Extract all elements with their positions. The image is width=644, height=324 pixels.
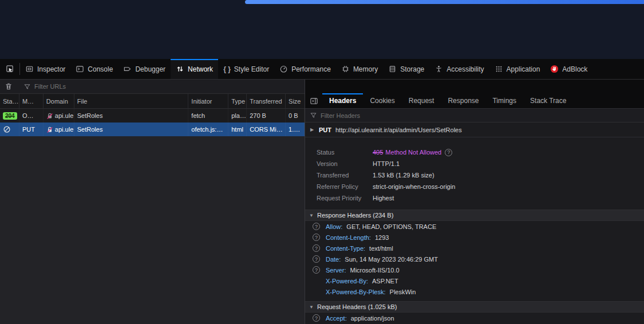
section-gap — [305, 297, 644, 301]
header-help-icon[interactable]: ? — [313, 244, 320, 252]
header-value: application/json — [351, 315, 394, 322]
status-text: Method Not Allowed — [385, 149, 441, 156]
insecure-lock-icon — [46, 126, 53, 133]
tab-cookies[interactable]: Cookies — [363, 93, 401, 108]
request-list-panel: Filter URLs Sta… M… Domain File Initiato… — [0, 80, 305, 324]
twisty-collapsed-icon[interactable]: ▶ — [310, 127, 315, 132]
status-help-icon[interactable]: ? — [445, 149, 452, 156]
status-badge: 204 — [3, 112, 17, 120]
header-name: X-Powered-By: — [326, 278, 368, 285]
request-domain: api.ule… — [55, 126, 74, 133]
request-row-selected[interactable]: PUT api.ule… SetRoles ofetch.js:… html C… — [0, 123, 305, 136]
network-icon — [176, 65, 184, 73]
header-row[interactable]: ? Content-Length: 1293 — [305, 232, 644, 243]
devtools-toolbar: Inspector Console Debugger Network { } S… — [0, 59, 644, 80]
header-value: ASP.NET — [372, 278, 398, 285]
column-header-type[interactable]: Type — [228, 94, 247, 108]
request-file: SetRoles — [74, 123, 189, 136]
tab-request[interactable]: Request — [402, 93, 441, 108]
tab-network[interactable]: Network — [171, 59, 218, 79]
accessibility-icon — [434, 65, 443, 73]
request-row[interactable]: 204 O… api.ule… SetRoles fetch pla… 270 … — [0, 109, 305, 123]
network-main: Filter URLs Sta… M… Domain File Initiato… — [0, 80, 644, 324]
tab-inspector[interactable]: Inspector — [20, 59, 70, 79]
request-size: 0 B — [286, 109, 305, 123]
request-size: 1.… — [286, 123, 305, 136]
header-row[interactable]: X-Powered-By: ASP.NET — [305, 275, 644, 286]
filter-urls-icon — [23, 83, 31, 90]
header-row[interactable]: ? Content-Type: text/html — [305, 243, 644, 254]
tab-adblock[interactable]: AdBlock — [545, 59, 592, 79]
twisty-expanded-icon: ▼ — [309, 213, 314, 218]
header-value: 1293 — [375, 234, 389, 241]
tab-storage[interactable]: Storage — [383, 59, 429, 79]
tab-memory[interactable]: Memory — [336, 59, 383, 79]
header-row[interactable]: ? Accept: application/json — [305, 313, 644, 323]
headers-filter-bar: Filter Headers — [305, 109, 644, 123]
header-help-icon[interactable]: ? — [313, 223, 320, 230]
tab-performance[interactable]: Performance — [274, 59, 336, 79]
request-table-header: Sta… M… Domain File Initiator Type Trans… — [0, 94, 305, 109]
section-title: Response Headers (234 B) — [317, 212, 393, 219]
pick-element-button[interactable] — [0, 59, 19, 79]
tab-accessibility[interactable]: Accessibility — [429, 59, 489, 79]
request-transferred: CORS Mi… — [247, 123, 286, 136]
tab-debugger[interactable]: Debugger — [118, 59, 171, 79]
tab-style-editor[interactable]: { } Style Editor — [218, 59, 274, 79]
header-help-icon[interactable]: ? — [313, 266, 320, 274]
column-header-method[interactable]: M… — [19, 94, 44, 108]
response-headers-section[interactable]: ▼ Response Headers (234 B) — [305, 210, 644, 221]
tab-response[interactable]: Response — [441, 93, 485, 108]
tab-stack-trace[interactable]: Stack Trace — [523, 93, 573, 108]
request-method: O… — [19, 109, 44, 123]
header-name: Server: — [326, 267, 346, 274]
tab-headers[interactable]: Headers — [322, 93, 363, 108]
tab-label: Application — [507, 65, 540, 73]
header-row[interactable]: ? Date: Sun, 14 May 2023 20:46:29 GMT — [305, 254, 644, 264]
column-header-initiator[interactable]: Initiator — [188, 94, 228, 108]
summary-value: Highest — [373, 195, 394, 201]
header-help-icon[interactable]: ? — [313, 255, 320, 263]
clear-requests-button[interactable] — [0, 82, 17, 90]
header-row[interactable]: X-Powered-By-Plesk: PleskWin — [305, 286, 644, 297]
request-initiator: ofetch.js:… — [188, 123, 228, 136]
request-details-panel: Headers Cookies Request Response Timings… — [305, 80, 644, 324]
tab-label: Network — [188, 65, 213, 73]
request-filter-bar: Filter URLs — [0, 80, 305, 94]
performance-icon — [279, 65, 288, 73]
header-name: Allow: — [326, 223, 342, 230]
header-help-icon[interactable]: ? — [313, 234, 320, 241]
column-header-domain[interactable]: Domain — [44, 94, 74, 108]
column-header-size[interactable]: Size — [286, 94, 305, 108]
column-header-file[interactable]: File — [74, 94, 189, 108]
status-code: 405 — [373, 149, 383, 156]
summary-row: Request Priority Highest — [305, 192, 644, 204]
header-row[interactable]: ? Allow: GET, HEAD, OPTIONS, TRACE — [305, 221, 644, 232]
column-header-status[interactable]: Sta… — [0, 94, 19, 108]
application-icon — [495, 65, 503, 73]
request-line-url: http://api.ulearnit.ir/api/admin/Users/S… — [335, 127, 462, 133]
summary-value: 1.53 kB (1.29 kB size) — [373, 172, 434, 179]
storage-icon — [388, 65, 397, 73]
column-header-transferred[interactable]: Transferred — [247, 94, 286, 108]
tab-label: Style Editor — [234, 65, 269, 73]
header-help-icon[interactable]: ? — [313, 314, 320, 322]
tab-console[interactable]: Console — [70, 59, 118, 79]
tab-application[interactable]: Application — [489, 59, 546, 79]
header-value: PleskWin — [390, 289, 416, 295]
header-row[interactable]: ? Server: Microsoft-IIS/10.0 — [305, 264, 644, 275]
section-title: Request Headers (1.025 kB) — [317, 303, 397, 310]
trash-icon — [5, 82, 13, 90]
request-headers-section[interactable]: ▼ Request Headers (1.025 kB) — [305, 301, 644, 313]
collapse-details-button[interactable] — [305, 93, 322, 108]
summary-label: Version — [317, 160, 373, 167]
filter-headers-input[interactable]: Filter Headers — [321, 112, 360, 119]
details-tabs-strip — [305, 80, 644, 93]
tab-label: Storage — [400, 65, 424, 73]
tab-label: Accessibility — [447, 65, 484, 73]
filter-urls-input[interactable]: Filter URLs — [34, 83, 66, 90]
request-url-row[interactable]: ▶ PUT http://api.ulearnit.ir/api/admin/U… — [305, 123, 644, 137]
tab-timings[interactable]: Timings — [485, 93, 523, 108]
request-domain: api.ule… — [55, 112, 74, 119]
tab-label: Inspector — [37, 65, 65, 73]
